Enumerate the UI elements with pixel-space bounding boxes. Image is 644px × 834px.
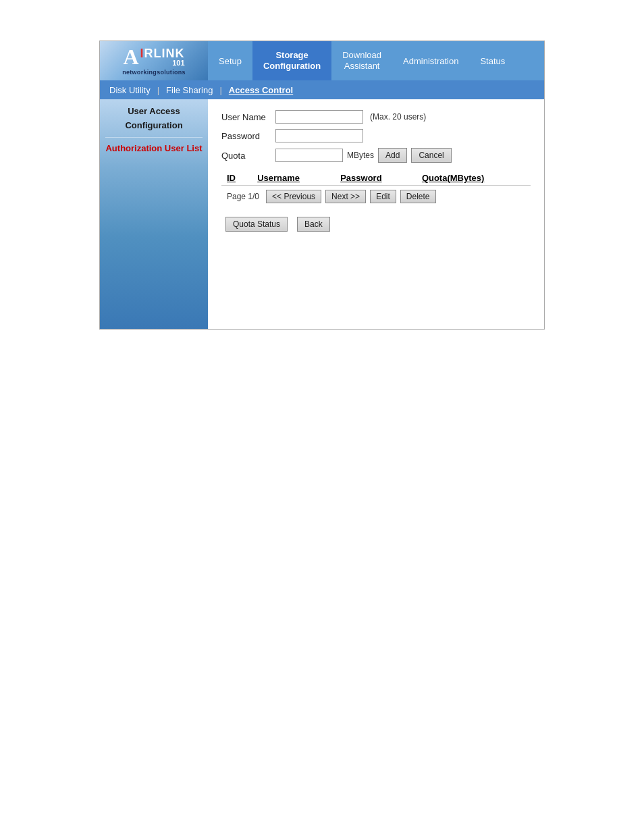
subnav-access-control[interactable]: Access Control — [225, 85, 297, 95]
back-button[interactable]: Back — [297, 217, 330, 232]
delete-button[interactable]: Delete — [400, 190, 436, 203]
sidebar-user-access: User Access — [105, 106, 203, 118]
quota-unit: MBytes — [347, 151, 374, 160]
username-hint: (Max. 20 users) — [370, 112, 426, 122]
sub-nav: Disk Utility | File Sharing | Access Con… — [100, 80, 544, 99]
main-content: User Access Configuration Authorization … — [100, 99, 544, 329]
username-label: User Name — [221, 112, 275, 122]
nav-administration[interactable]: Administration — [392, 41, 469, 80]
quota-input[interactable] — [275, 149, 343, 162]
nav-items: Setup StorageConfiguration DownloadAssis… — [208, 41, 544, 80]
col-password: Password — [335, 171, 417, 186]
nav-setup[interactable]: Setup — [208, 41, 252, 80]
top-nav: A IRLINK 101 networkingsolutions Setup S — [100, 41, 544, 80]
quota-status-button[interactable]: Quota Status — [225, 217, 288, 232]
nav-status[interactable]: Status — [469, 41, 516, 80]
user-table: ID Username Password Quota(MBytes) — [221, 171, 531, 186]
logo-wrapper: A IRLINK 101 — [123, 46, 184, 68]
nav-storage-configuration[interactable]: StorageConfiguration — [252, 41, 331, 80]
password-label: Password — [221, 131, 275, 141]
next-button[interactable]: Next >> — [325, 190, 366, 203]
sidebar-configuration: Configuration — [105, 120, 203, 132]
logo-a-letter: A — [123, 46, 138, 68]
username-input[interactable] — [275, 110, 363, 124]
password-input[interactable] — [275, 129, 363, 142]
subnav-file-sharing[interactable]: File Sharing — [162, 85, 217, 95]
subnav-divider-2: | — [219, 85, 221, 95]
pagination-row: Page 1/0 << Previous Next >> Edit Delete — [221, 186, 531, 207]
previous-button[interactable]: << Previous — [266, 190, 321, 203]
logo-101: 101 — [172, 59, 184, 67]
logo-right: IRLINK 101 — [140, 47, 185, 67]
page-info: Page 1/0 — [227, 192, 259, 201]
content-panel: User Name (Max. 20 users) Password Quota… — [208, 99, 544, 329]
add-button[interactable]: Add — [378, 148, 407, 163]
quota-row: Quota MBytes Add Cancel — [221, 148, 531, 163]
col-id: ID — [221, 171, 252, 186]
app-container: A IRLINK 101 networkingsolutions Setup S — [99, 41, 545, 330]
subnav-divider-1: | — [157, 85, 159, 95]
edit-button[interactable]: Edit — [370, 190, 396, 203]
logo-area: A IRLINK 101 networkingsolutions — [100, 41, 208, 80]
subnav-disk-utility[interactable]: Disk Utility — [105, 85, 155, 95]
password-row: Password — [221, 129, 531, 142]
bottom-buttons: Quota Status Back — [221, 217, 531, 232]
username-row: User Name (Max. 20 users) — [221, 110, 531, 124]
col-username: Username — [252, 171, 335, 186]
col-quota: Quota(MBytes) — [417, 171, 531, 186]
nav-download-assistant[interactable]: DownloadAssistant — [331, 41, 392, 80]
logo-irlink: IRLINK — [140, 47, 185, 59]
logo-red-slash: I — [140, 47, 144, 60]
cancel-button[interactable]: Cancel — [411, 148, 451, 163]
quota-label: Quota — [221, 151, 275, 161]
logo-subtitle: networkingsolutions — [122, 69, 186, 76]
sidebar-auth-user-list[interactable]: Authorization User List — [105, 143, 203, 155]
sidebar: User Access Configuration Authorization … — [100, 99, 208, 329]
sidebar-divider — [105, 137, 203, 138]
